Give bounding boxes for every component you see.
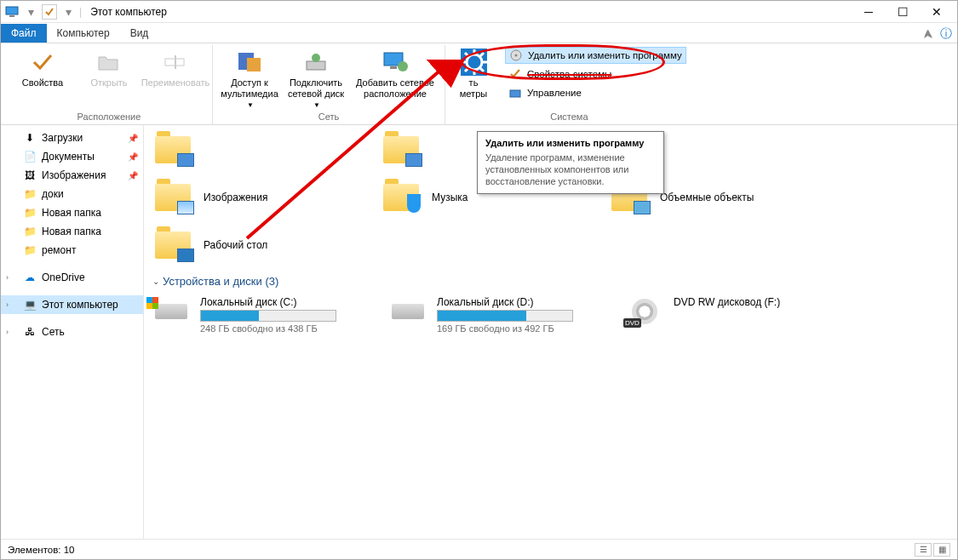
window-title: Этот компьютер xyxy=(90,6,167,18)
media-access-button[interactable]: Доступ к мультимедиа▼ xyxy=(220,47,279,110)
hdd-icon xyxy=(389,296,427,327)
help-icon[interactable]: ⓘ xyxy=(940,26,952,42)
document-icon: 📄 xyxy=(23,150,37,163)
nav-pictures[interactable]: 🖼Изображения📌 xyxy=(1,166,143,185)
capacity-bar xyxy=(200,310,336,322)
ribbon: Свойства Открыть Переименовать Расположе… xyxy=(1,43,957,125)
nav-remont[interactable]: 📁ремонт xyxy=(1,241,143,260)
title-bar: ▾ ▾ | Этот компьютер ─ ☐ ✕ xyxy=(1,1,957,23)
open-button: Открыть xyxy=(79,47,139,110)
drive-d[interactable]: Локальный диск (D:) 169 ГБ свободно из 4… xyxy=(389,296,585,334)
partial-folder-item[interactable] xyxy=(152,132,340,168)
nav-thispc[interactable]: ›💻Этот компьютер xyxy=(1,295,143,314)
svg-rect-23 xyxy=(510,90,520,97)
folder-icon: 📁 xyxy=(23,206,37,220)
tab-file[interactable]: Файл xyxy=(1,24,47,43)
status-text: Элементов: 10 xyxy=(8,545,74,555)
folder-icon: 📁 xyxy=(23,225,37,238)
group-system-label: Система xyxy=(550,110,588,124)
cd-icon xyxy=(509,49,523,62)
open-settings-button[interactable]: ть метры xyxy=(452,47,495,110)
folder-desktop[interactable]: Рабочий стол xyxy=(152,227,340,263)
add-network-location-button[interactable]: Добавить сетевое расположение xyxy=(353,47,438,110)
group-network-label: Сеть xyxy=(318,110,339,124)
manage-icon xyxy=(508,86,522,100)
nav-doki[interactable]: 📁доки xyxy=(1,185,143,203)
qat-dropdown2-icon[interactable]: ▾ xyxy=(60,4,76,20)
svg-rect-5 xyxy=(247,58,261,71)
ribbon-tabs: Файл Компьютер Вид ⮝ ⓘ xyxy=(1,23,957,43)
monitor-icon xyxy=(381,49,409,76)
nav-downloads[interactable]: ⬇Загрузки📌 xyxy=(1,129,143,147)
group-location-label: Расположение xyxy=(77,110,141,124)
network-icon: 🖧 xyxy=(23,325,37,339)
close-button[interactable]: ✕ xyxy=(920,3,954,21)
chevron-right-icon: › xyxy=(6,328,9,336)
folder-icon xyxy=(152,180,193,215)
chevron-right-icon: › xyxy=(6,300,9,309)
svg-point-10 xyxy=(398,61,408,71)
qat-dropdown-icon[interactable]: ▾ xyxy=(23,4,38,20)
nav-onedrive[interactable]: ›☁OneDrive xyxy=(1,268,143,287)
download-icon: ⬇ xyxy=(23,131,37,145)
folder-icon xyxy=(152,227,193,263)
folder-icon xyxy=(381,180,422,215)
drive-dvd[interactable]: DVD DVD RW дисковод (F:) xyxy=(626,296,822,334)
pin-icon: 📌 xyxy=(128,152,138,162)
pin-icon: 📌 xyxy=(128,134,138,143)
minimize-button[interactable]: ─ xyxy=(852,3,886,21)
tab-computer[interactable]: Компьютер xyxy=(47,24,120,43)
navigation-pane[interactable]: ⬇Загрузки📌 📄Документы📌 🖼Изображения📌 📁до… xyxy=(1,125,144,539)
pin-icon: 📌 xyxy=(128,171,138,180)
folder-icon: 📁 xyxy=(23,243,37,257)
properties-button[interactable]: Свойства xyxy=(13,47,72,110)
tooltip: Удалить или изменить программу Удаление … xyxy=(477,131,664,194)
open-folder-icon xyxy=(95,49,123,76)
maximize-button[interactable]: ☐ xyxy=(886,3,920,21)
gear-icon xyxy=(460,49,487,76)
computer-icon: 💻 xyxy=(23,298,37,311)
system-properties-button[interactable]: Свойства системы xyxy=(505,66,615,83)
chevron-right-icon: › xyxy=(6,273,9,282)
svg-rect-6 xyxy=(307,61,325,70)
svg-point-7 xyxy=(312,54,320,62)
rename-icon xyxy=(162,49,189,76)
map-drive-button[interactable]: Подключить сетевой диск▼ xyxy=(286,47,346,110)
minimize-ribbon-icon[interactable]: ⮝ xyxy=(923,28,933,40)
uninstall-program-button[interactable]: Удалить или изменить программу xyxy=(505,47,686,64)
capacity-bar xyxy=(437,310,573,322)
chevron-down-icon: ▼ xyxy=(247,101,254,109)
tab-view[interactable]: Вид xyxy=(120,24,159,43)
svg-point-22 xyxy=(515,54,518,57)
chevron-down-icon: ⌄ xyxy=(152,277,159,286)
media-icon xyxy=(236,49,263,76)
checkmark-icon xyxy=(29,49,56,76)
status-bar: Элементов: 10 ☰ ▦ xyxy=(1,539,957,559)
drive-c[interactable]: Локальный диск (C:) 248 ГБ свободно из 4… xyxy=(152,296,348,334)
cloud-icon: ☁ xyxy=(23,271,37,284)
nav-network[interactable]: ›🖧Сеть xyxy=(1,323,143,341)
rename-button: Переименовать xyxy=(146,47,205,110)
hdd-icon xyxy=(152,296,190,327)
drives-section-header[interactable]: ⌄ Устройства и диски (3) xyxy=(152,275,949,288)
nav-newfolder1[interactable]: 📁Новая папка xyxy=(1,203,143,222)
details-view-button[interactable]: ☰ xyxy=(915,543,932,557)
svg-rect-0 xyxy=(6,7,18,14)
svg-rect-9 xyxy=(390,66,397,69)
svg-rect-1 xyxy=(9,15,14,17)
tooltip-title: Удалить или изменить программу xyxy=(485,138,656,148)
nav-documents[interactable]: 📄Документы📌 xyxy=(1,147,143,166)
network-drive-icon xyxy=(302,49,330,76)
folder-images[interactable]: Изображения xyxy=(152,180,340,215)
chevron-down-icon: ▼ xyxy=(313,101,320,109)
check-icon xyxy=(508,67,522,81)
qat-properties-icon[interactable] xyxy=(42,4,57,20)
nav-newfolder2[interactable]: 📁Новая папка xyxy=(1,222,143,241)
folder-icon: 📁 xyxy=(23,187,37,201)
computer-icon xyxy=(4,4,20,20)
manage-button[interactable]: Управление xyxy=(505,84,585,101)
picture-icon: 🖼 xyxy=(23,169,37,182)
icons-view-button[interactable]: ▦ xyxy=(933,543,950,557)
tooltip-body: Удаление программ, изменение установленн… xyxy=(485,151,656,187)
dvd-icon: DVD xyxy=(626,296,663,327)
